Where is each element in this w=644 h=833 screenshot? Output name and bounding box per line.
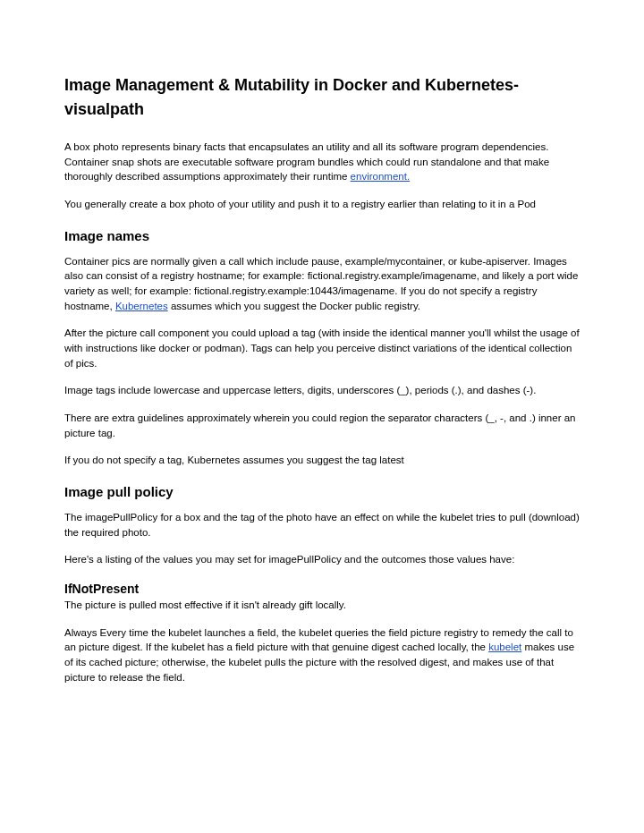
image-names-heading: Image names xyxy=(64,228,580,243)
ifnotpresent-paragraph-1: The picture is pulled most effective if … xyxy=(64,598,580,613)
pull-policy-paragraph-2: Here's a listing of the values you may s… xyxy=(64,552,580,567)
image-pull-policy-heading: Image pull policy xyxy=(64,484,580,499)
page-title: Image Management & Mutability in Docker … xyxy=(64,73,580,122)
image-names-text-1b: assumes which you suggest the Docker pub… xyxy=(168,301,420,311)
kubernetes-link[interactable]: Kubernetes xyxy=(115,301,168,311)
ifnotpresent-heading: IfNotPresent xyxy=(64,582,580,596)
ifnotpresent-paragraph-2: Always Every time the kubelet launches a… xyxy=(64,625,580,685)
image-names-paragraph-2: After the picture call component you cou… xyxy=(64,326,580,370)
intro-text-1a: A box photo represents binary facts that… xyxy=(64,141,549,182)
intro-paragraph-2: You generally create a box photo of your… xyxy=(64,197,580,212)
environment-link[interactable]: environment. xyxy=(351,171,410,182)
intro-paragraph-1: A box photo represents binary facts that… xyxy=(64,140,580,184)
image-names-paragraph-3: Image tags include lowercase and upperca… xyxy=(64,383,580,398)
pull-policy-paragraph-1: The imagePullPolicy for a box and the ta… xyxy=(64,510,580,540)
image-names-paragraph-5: If you do not specify a tag, Kubernetes … xyxy=(64,453,580,468)
kubelet-link[interactable]: kubelet xyxy=(488,642,521,652)
image-names-paragraph-1: Container pics are normally given a call… xyxy=(64,254,580,314)
document-page: Image Management & Mutability in Docker … xyxy=(0,0,644,751)
image-names-paragraph-4: There are extra guidelines approximately… xyxy=(64,411,580,440)
